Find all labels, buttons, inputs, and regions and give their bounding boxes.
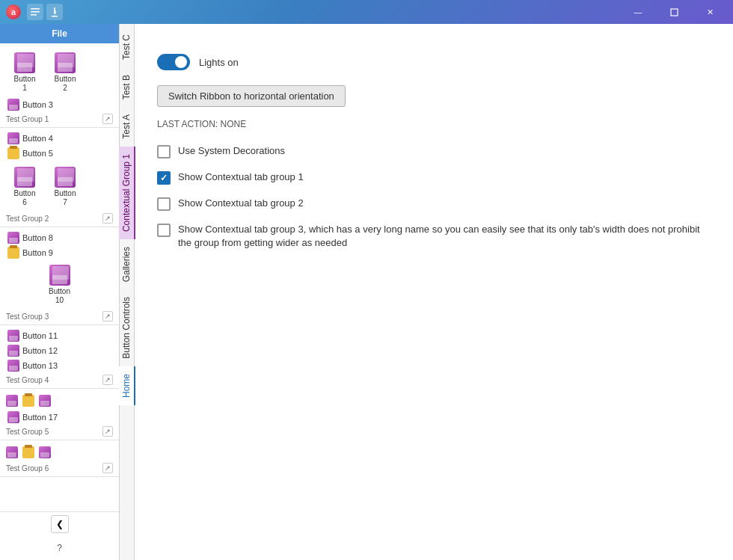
group3-label: Test Group 3 bbox=[6, 313, 49, 321]
tab-contextual-group-1[interactable]: Contextual Group 1 bbox=[119, 147, 135, 239]
button-11[interactable]: Button 11 bbox=[3, 328, 116, 343]
button-2-label: Button2 bbox=[55, 75, 76, 93]
group6-expand[interactable]: ↗ bbox=[102, 463, 113, 473]
svg-rect-1 bbox=[31, 11, 40, 13]
svg-rect-0 bbox=[31, 8, 40, 10]
checkbox-show-ctx-1: Show Contextual tab group 1 bbox=[157, 170, 711, 185]
floppy-icon-g5a[interactable] bbox=[6, 395, 18, 407]
floppy-icon-g5c[interactable] bbox=[39, 395, 51, 407]
button-3-label: Button 3 bbox=[22, 100, 53, 109]
checkbox-show-ctx-2-input[interactable] bbox=[157, 197, 171, 211]
floppy-icon-3 bbox=[7, 99, 19, 111]
group1-label-row: Test Group 1 ↗ bbox=[3, 112, 116, 126]
floppy-icon-4 bbox=[7, 132, 19, 144]
button-8[interactable]: Button 8 bbox=[3, 230, 116, 245]
clipboard-icon-g5b[interactable] bbox=[22, 395, 34, 407]
button-6-label: Button6 bbox=[14, 189, 36, 207]
button-13-label: Button 13 bbox=[22, 361, 58, 370]
button-4-label: Button 4 bbox=[22, 134, 53, 143]
clipboard-icon-5 bbox=[7, 147, 19, 159]
checkbox-show-ctx-1-label: Show Contextual tab group 1 bbox=[178, 170, 304, 184]
app-logo: a bbox=[6, 4, 21, 19]
floppy-icon-12 bbox=[7, 345, 19, 357]
lights-on-toggle[interactable] bbox=[157, 54, 190, 70]
button-8-label: Button 8 bbox=[22, 233, 53, 242]
button-12[interactable]: Button 12 bbox=[3, 343, 116, 358]
button-3[interactable]: Button 3 bbox=[3, 97, 116, 112]
group2-label: Test Group 2 bbox=[6, 215, 49, 223]
last-action-label: LAST ACTION: none bbox=[157, 119, 711, 129]
button-12-label: Button 12 bbox=[22, 346, 58, 355]
button-5[interactable]: Button 5 bbox=[3, 146, 116, 161]
checkbox-use-system-dec-input[interactable] bbox=[157, 145, 171, 159]
group5-icons bbox=[3, 392, 116, 410]
group2-label-row: Test Group 2 ↗ bbox=[3, 212, 116, 225]
group2-expand[interactable]: ↗ bbox=[102, 213, 113, 224]
checkbox-show-ctx-1-input[interactable] bbox=[157, 171, 171, 185]
ribbon-panel: File Button1 Button2 Button 3 Test Group… bbox=[0, 24, 120, 560]
tab-test-a[interactable]: Test A bbox=[119, 107, 135, 147]
floppy-icon-10 bbox=[49, 265, 70, 286]
file-button[interactable]: File bbox=[0, 24, 119, 43]
nav-arrows: ❮ bbox=[0, 511, 119, 536]
group5-expand[interactable]: ↗ bbox=[102, 426, 113, 437]
group6-icons bbox=[3, 443, 116, 461]
checkbox-use-system-dec-label: Use System Decorations bbox=[178, 144, 285, 158]
button-9-label: Button 9 bbox=[22, 248, 53, 257]
group1-expand[interactable]: ↗ bbox=[102, 114, 113, 124]
button-13[interactable]: Button 13 bbox=[3, 358, 116, 373]
tab-test-b[interactable]: Test B bbox=[119, 67, 135, 107]
checkbox-show-ctx-2: Show Contextual tab group 2 bbox=[157, 197, 711, 211]
button-17[interactable]: Button 17 bbox=[3, 410, 116, 425]
group5-label: Test Group 5 bbox=[6, 428, 49, 436]
floppy-icon-g6c[interactable] bbox=[39, 446, 51, 458]
toggle-row: Lights on bbox=[157, 54, 711, 70]
button-6[interactable]: Button6 bbox=[6, 164, 43, 210]
restore-button[interactable] bbox=[657, 0, 691, 24]
button-7[interactable]: Button7 bbox=[46, 164, 84, 210]
switch-orientation-button[interactable]: Switch Ribbon to horizontal orientation bbox=[157, 85, 346, 107]
help-button[interactable]: ? bbox=[51, 539, 69, 557]
button-1[interactable]: Button1 bbox=[6, 49, 43, 96]
group3-expand[interactable]: ↗ bbox=[102, 311, 113, 321]
app-body: File Button1 Button2 Button 3 Test Group… bbox=[0, 24, 733, 560]
ribbon-group-5: Button 17 Test Group 5 ↗ bbox=[0, 389, 119, 440]
group4-label-row: Test Group 4 ↗ bbox=[3, 373, 116, 387]
ribbon-group-4: Button 11 Button 12 Button 13 Test Group… bbox=[0, 325, 119, 389]
group1-large-buttons: Button1 Button2 bbox=[3, 46, 116, 97]
button-4[interactable]: Button 4 bbox=[3, 131, 116, 146]
checkbox-show-ctx-3-input[interactable] bbox=[157, 224, 171, 237]
clipboard-icon-9 bbox=[7, 247, 19, 259]
button-7-label: Button7 bbox=[55, 189, 76, 207]
quick-access-icon[interactable] bbox=[46, 4, 63, 20]
group1-label: Test Group 1 bbox=[6, 115, 49, 123]
button-5-label: Button 5 bbox=[22, 149, 53, 158]
button-17-label: Button 17 bbox=[22, 413, 58, 422]
svg-rect-6 bbox=[671, 9, 678, 16]
lights-on-label: Lights on bbox=[199, 57, 239, 68]
close-button[interactable]: ✕ bbox=[693, 0, 727, 24]
group4-label: Test Group 4 bbox=[6, 376, 49, 384]
title-bar: a — ✕ bbox=[0, 0, 733, 24]
button-2[interactable]: Button2 bbox=[46, 49, 84, 96]
checkbox-show-ctx-3-label: Show Contextual tab group 3, which has a… bbox=[178, 223, 711, 250]
group4-expand[interactable]: ↗ bbox=[102, 375, 113, 385]
button-9[interactable]: Button 9 bbox=[3, 245, 116, 260]
tab-galleries[interactable]: Galleries bbox=[119, 239, 135, 289]
floppy-icon-g6a[interactable] bbox=[6, 446, 18, 458]
tab-test-c[interactable]: Test C bbox=[119, 27, 135, 67]
nav-prev-button[interactable]: ❮ bbox=[51, 515, 69, 533]
tab-button-controls[interactable]: Button Controls bbox=[119, 289, 135, 366]
ribbon-tabs: Test C Test B Test A Contextual Group 1 … bbox=[120, 24, 135, 560]
clipboard-icon-g6b[interactable] bbox=[22, 446, 34, 458]
floppy-icon-2 bbox=[55, 52, 76, 73]
floppy-icon-1 bbox=[14, 52, 35, 73]
tab-home[interactable]: Home bbox=[119, 366, 135, 405]
minimize-button[interactable]: — bbox=[621, 0, 655, 24]
menu-icon[interactable] bbox=[27, 4, 43, 20]
window-controls: — ✕ bbox=[621, 0, 727, 24]
button-10[interactable]: Button10 bbox=[6, 262, 113, 308]
group5-label-row: Test Group 5 ↗ bbox=[3, 425, 116, 438]
checkbox-show-ctx-3: Show Contextual tab group 3, which has a… bbox=[157, 223, 711, 250]
toggle-thumb bbox=[175, 56, 187, 68]
